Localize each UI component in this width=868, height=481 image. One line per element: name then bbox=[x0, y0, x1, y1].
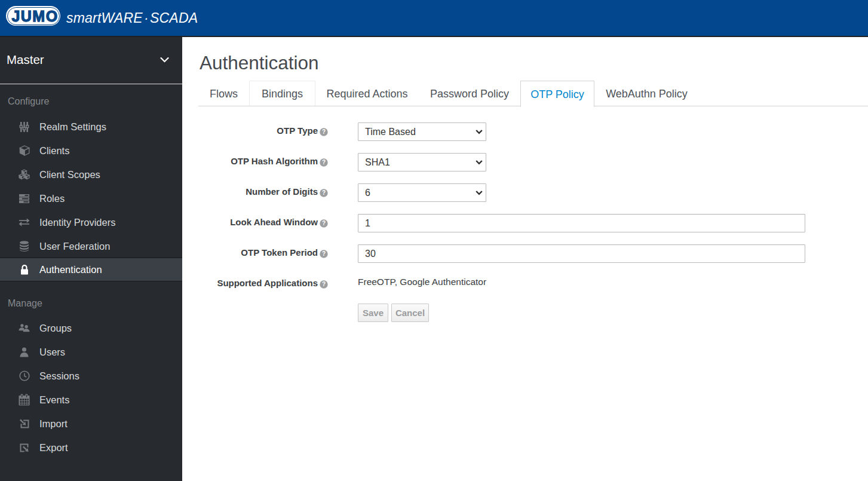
svg-text:?: ? bbox=[322, 189, 326, 196]
svg-text:?: ? bbox=[322, 159, 326, 166]
svg-text:?: ? bbox=[322, 220, 326, 226]
svg-text:?: ? bbox=[322, 281, 326, 287]
svg-text:?: ? bbox=[322, 128, 326, 135]
svg-text:?: ? bbox=[322, 250, 326, 257]
